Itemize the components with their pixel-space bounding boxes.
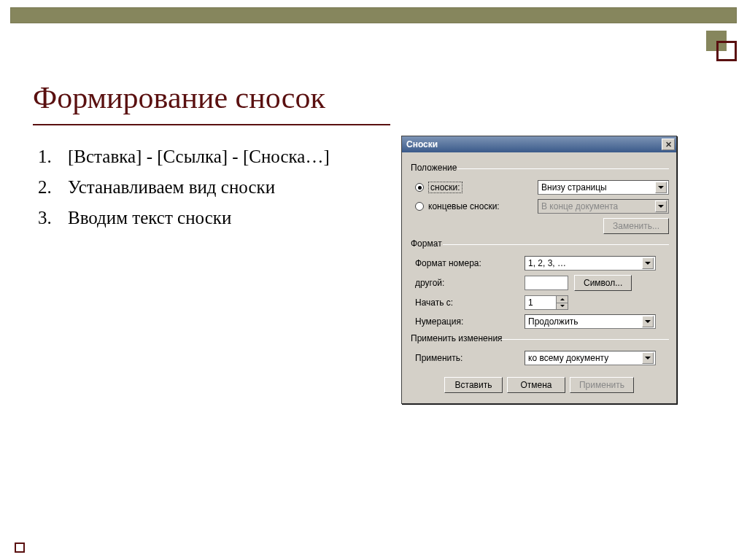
chevron-down-icon [655, 201, 667, 212]
group-label: Формат [409, 238, 444, 249]
start-at-label: Начать с: [415, 298, 525, 308]
footnotes-position-select[interactable]: Внизу страницы [538, 180, 669, 195]
numbering-select[interactable]: Продолжить [525, 314, 656, 329]
chevron-down-icon [642, 316, 654, 327]
cancel-button[interactable]: Отмена [507, 377, 565, 393]
group-label: Положение [409, 163, 458, 173]
chevron-down-icon [642, 257, 654, 269]
spinner-up-icon[interactable] [556, 296, 568, 303]
chevron-down-icon [642, 352, 654, 364]
number-format-label: Формат номера: [415, 258, 525, 268]
symbol-button[interactable]: Символ... [574, 275, 632, 291]
start-at-spinner[interactable]: 1 [525, 295, 568, 310]
slide-corner-decoration [706, 31, 737, 61]
dialog-titlebar[interactable]: Сноски ✕ [402, 136, 676, 152]
insert-button[interactable]: Вставить [444, 377, 503, 393]
apply-button: Применить [570, 377, 634, 393]
footnotes-dialog: Сноски ✕ Положение сноски: Внизу страниц… [401, 136, 677, 404]
chevron-down-icon [655, 182, 667, 193]
number-format-select[interactable]: 1, 2, 3, … [525, 256, 656, 271]
group-format: Формат [409, 238, 669, 249]
endnotes-position-select: В конце документа [538, 199, 669, 214]
slide-top-bar [10, 7, 737, 23]
radio-endnotes[interactable] [415, 202, 424, 211]
radio-endnotes-label[interactable]: концевые сноски: [428, 201, 538, 211]
other-symbol-input[interactable] [525, 276, 568, 290]
group-position: Положение [409, 163, 669, 173]
dialog-title: Сноски [406, 139, 662, 149]
spinner-down-icon[interactable] [556, 303, 568, 310]
apply-to-select[interactable]: ко всему документу [525, 351, 656, 365]
title-underline [33, 124, 390, 125]
apply-to-label: Применить: [415, 353, 525, 363]
slide-list: [Вставка] - [Ссылка] - [Сноска…] Устанав… [33, 144, 376, 236]
numbering-label: Нумерация: [415, 316, 525, 327]
radio-footnotes[interactable] [415, 183, 424, 192]
slide-title: Формирование сносок [33, 80, 325, 115]
list-item: Устанавливаем вид сноски [56, 175, 376, 200]
list-item: [Вставка] - [Ссылка] - [Сноска…] [56, 144, 376, 169]
list-item: Вводим текст сноски [56, 206, 376, 230]
close-icon: ✕ [665, 140, 672, 149]
group-apply-changes: Применить изменения [409, 333, 669, 343]
group-label: Применить изменения [409, 333, 504, 343]
replace-button: Заменить... [603, 218, 669, 234]
footer-square-decoration [15, 542, 25, 553]
close-button[interactable]: ✕ [662, 139, 675, 150]
radio-footnotes-label[interactable]: сноски: [428, 182, 538, 192]
other-symbol-label: другой: [415, 278, 525, 288]
